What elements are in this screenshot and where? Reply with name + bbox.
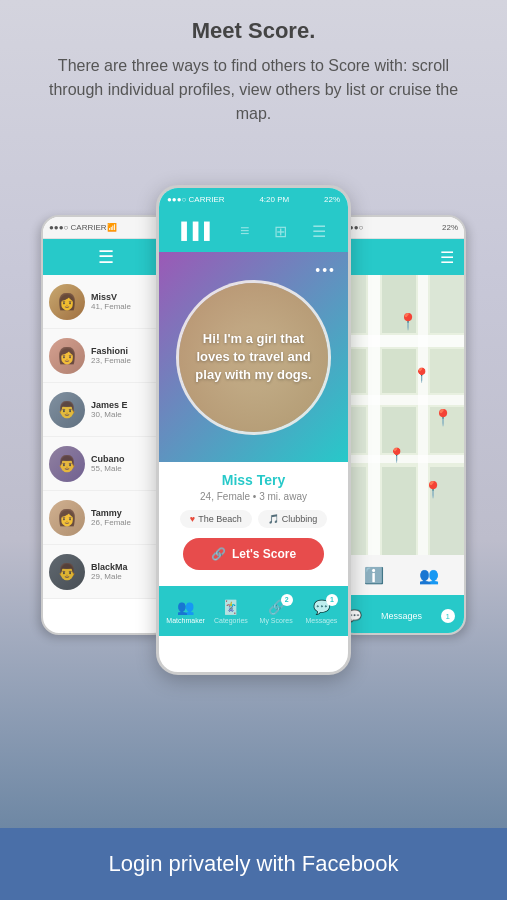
right-bottom-bar: ℹ️ 👥 bbox=[338, 555, 464, 595]
left-carrier: ●●●○ CARRIER bbox=[49, 223, 107, 232]
right-badge: 1 bbox=[441, 609, 455, 623]
tag-clubbing-label: Clubbing bbox=[282, 514, 318, 524]
svg-rect-8 bbox=[430, 275, 464, 333]
avatar: 👨 bbox=[49, 554, 85, 590]
phones-container: ●●●○ CARRIER 📶 ☰ 👩 MissV 41, Female 👩 Fa… bbox=[0, 185, 507, 675]
center-battery: 22% bbox=[324, 195, 340, 204]
messages-badge: 1 bbox=[326, 594, 338, 606]
list-info: Fashioni 23, Female bbox=[91, 346, 163, 365]
list-item: 👩 MissV 41, Female bbox=[43, 275, 169, 329]
scores-icon: 🔗 2 bbox=[268, 599, 285, 615]
info-icon[interactable]: ℹ️ bbox=[364, 566, 384, 585]
profile-bio-text: Hi! I'm a girl that loves to travel and … bbox=[179, 320, 328, 395]
right-statusbar: ●●●○ 22% bbox=[338, 217, 464, 239]
page-subtitle: There are three ways to find others to S… bbox=[40, 54, 467, 126]
list-item: 👩 Fashioni 23, Female bbox=[43, 329, 169, 383]
user-name: Tammy bbox=[91, 508, 163, 518]
categories-icon: 🃏 bbox=[222, 599, 239, 615]
menu-nav-icon[interactable]: ☰ bbox=[312, 222, 326, 241]
avatar: 👩 bbox=[49, 338, 85, 374]
list-item: 👨 Cubano 55, Male bbox=[43, 437, 169, 491]
profile-area: ••• Hi! I'm a girl that loves to travel … bbox=[159, 252, 348, 462]
left-statusbar: ●●●○ CARRIER 📶 bbox=[43, 217, 169, 239]
matchmaker-icon: 👥 bbox=[177, 599, 194, 615]
list-icon: ☰ bbox=[98, 246, 114, 268]
profile-photo-circle: Hi! I'm a girl that loves to travel and … bbox=[176, 280, 331, 435]
list-nav-icon[interactable]: ≡ bbox=[240, 222, 249, 240]
list-info: Cubano 55, Male bbox=[91, 454, 163, 473]
user-name: MissV bbox=[91, 292, 163, 302]
nav-matchmaker[interactable]: 👥 Matchmaker bbox=[163, 599, 208, 624]
list-item: 👨 James E 30, Male bbox=[43, 383, 169, 437]
center-carrier: ●●●○ CARRIER bbox=[167, 195, 225, 204]
phone-center: ●●●○ CARRIER 4:20 PM 22% ▌▌▌ ≡ ⊞ ☰ ••• H… bbox=[156, 185, 351, 675]
profile-name: Miss Tery bbox=[171, 472, 336, 488]
right-nav-label: Messages bbox=[381, 611, 422, 621]
map-nav-icon[interactable]: ⊞ bbox=[274, 222, 287, 241]
more-options-icon[interactable]: ••• bbox=[315, 262, 336, 278]
tag-beach: ♥ The Beach bbox=[180, 510, 252, 528]
list-info: Tammy 26, Female bbox=[91, 508, 163, 527]
nav-categories[interactable]: 🃏 Categories bbox=[208, 599, 253, 624]
center-bottom-nav: 👥 Matchmaker 🃏 Categories 🔗 2 My Scores … bbox=[159, 586, 348, 636]
user-connect-icon[interactable]: 👥 bbox=[419, 566, 439, 585]
matchmaker-label: Matchmaker bbox=[166, 617, 205, 624]
center-top-nav: ▌▌▌ ≡ ⊞ ☰ bbox=[159, 210, 348, 252]
user-name: Fashioni bbox=[91, 346, 163, 356]
scores-badge: 2 bbox=[281, 594, 293, 606]
user-detail: 29, Male bbox=[91, 572, 163, 581]
hamburger-icon[interactable]: ☰ bbox=[440, 248, 454, 267]
user-name: James E bbox=[91, 400, 163, 410]
avatar: 👩 bbox=[49, 500, 85, 536]
user-detail: 30, Male bbox=[91, 410, 163, 419]
left-wifi-icon: 📶 bbox=[107, 223, 117, 232]
user-detail: 41, Female bbox=[91, 302, 163, 311]
lets-score-label: Let's Score bbox=[232, 547, 296, 561]
nav-my-scores[interactable]: 🔗 2 My Scores bbox=[254, 599, 299, 624]
scores-label: My Scores bbox=[260, 617, 293, 624]
profile-details: 24, Female • 3 mi. away bbox=[171, 491, 336, 502]
page-title: Meet Score. bbox=[40, 18, 467, 44]
svg-rect-10 bbox=[382, 349, 416, 393]
avatar: 👨 bbox=[49, 392, 85, 428]
categories-label: Categories bbox=[214, 617, 248, 624]
svg-rect-11 bbox=[430, 349, 464, 393]
tag-beach-label: The Beach bbox=[198, 514, 242, 524]
score-icon: 🔗 bbox=[211, 547, 226, 561]
heart-icon: ♥ bbox=[190, 514, 195, 524]
list-info: MissV 41, Female bbox=[91, 292, 163, 311]
phone-right: ●●●○ 22% ☰ bbox=[336, 215, 466, 635]
tag-clubbing: 🎵 Clubbing bbox=[258, 510, 328, 528]
messages-icon: 💬 1 bbox=[313, 599, 330, 615]
right-battery: 22% bbox=[442, 223, 458, 232]
user-name: BlackMa bbox=[91, 562, 163, 572]
center-time: 4:20 PM bbox=[259, 195, 289, 204]
right-bottom-nav: 💬 Messages 1 bbox=[338, 595, 464, 635]
list-item: 👨 BlackMa 29, Male bbox=[43, 545, 169, 599]
avatar: 👩 bbox=[49, 284, 85, 320]
avatar: 👨 bbox=[49, 446, 85, 482]
svg-text:📍: 📍 bbox=[398, 312, 418, 331]
svg-text:📍: 📍 bbox=[413, 367, 431, 384]
svg-text:📍: 📍 bbox=[433, 408, 453, 427]
user-detail: 26, Female bbox=[91, 518, 163, 527]
footer-bar[interactable]: Login privately with Facebook bbox=[0, 828, 507, 900]
svg-rect-2 bbox=[338, 395, 464, 405]
svg-rect-5 bbox=[418, 275, 428, 555]
center-statusbar: ●●●○ CARRIER 4:20 PM 22% bbox=[159, 188, 348, 210]
profile-tags: ♥ The Beach 🎵 Clubbing bbox=[171, 510, 336, 528]
user-name: Cubano bbox=[91, 454, 163, 464]
list-info: BlackMa 29, Male bbox=[91, 562, 163, 581]
barcode-icon: ▌▌▌ bbox=[181, 222, 215, 240]
nav-messages[interactable]: 💬 1 Messages bbox=[299, 599, 344, 624]
list-info: James E 30, Male bbox=[91, 400, 163, 419]
svg-text:📍: 📍 bbox=[388, 447, 406, 464]
left-nav: ☰ bbox=[43, 239, 169, 275]
list-item: 👩 Tammy 26, Female bbox=[43, 491, 169, 545]
profile-info-section: Miss Tery 24, Female • 3 mi. away ♥ The … bbox=[159, 462, 348, 586]
footer-text: Login privately with Facebook bbox=[109, 851, 399, 877]
svg-text:📍: 📍 bbox=[423, 480, 443, 499]
user-list: 👩 MissV 41, Female 👩 Fashioni 23, Female… bbox=[43, 275, 169, 599]
lets-score-button[interactable]: 🔗 Let's Score bbox=[183, 538, 323, 570]
right-nav: ☰ bbox=[338, 239, 464, 275]
